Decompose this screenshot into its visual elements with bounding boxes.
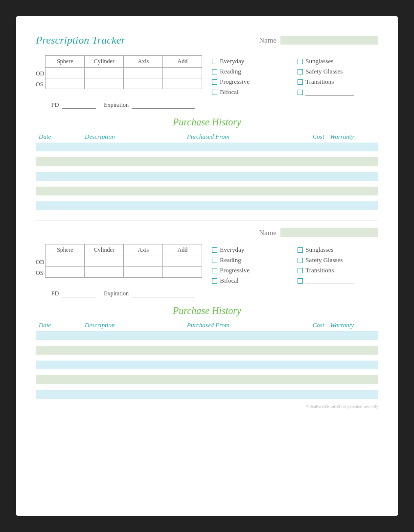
checkbox-other-2[interactable] — [298, 278, 303, 284]
checkbox-bifocal-2[interactable] — [212, 278, 217, 284]
os-add-2[interactable] — [163, 267, 202, 278]
ph-cost-1-5[interactable] — [286, 201, 327, 210]
ph-cost-1-4[interactable] — [286, 187, 327, 195]
ph-date-1-3[interactable] — [36, 172, 82, 181]
ph-desc-1-5[interactable] — [82, 201, 184, 210]
ph-desc-2-4[interactable] — [82, 375, 184, 384]
ph-from-1-4[interactable] — [184, 187, 286, 195]
th-axis-2: Axis — [124, 244, 163, 256]
checkbox-reading-1[interactable] — [212, 69, 217, 74]
check-sunglasses-2: Sunglasses — [298, 246, 378, 254]
od-sphere-1[interactable] — [46, 68, 85, 78]
ph-cost-1-1[interactable] — [286, 143, 327, 151]
checkbox-other-1[interactable] — [298, 90, 303, 95]
od-axis-2[interactable] — [124, 256, 163, 267]
checkbox-everyday-2[interactable] — [212, 247, 217, 253]
od-add-2[interactable] — [163, 256, 202, 267]
od-sphere-2[interactable] — [46, 256, 85, 267]
ph-warranty-2-3[interactable] — [327, 361, 379, 369]
od-cylinder-1[interactable] — [85, 68, 124, 78]
ph-from-2-2[interactable] — [184, 346, 286, 355]
checkbox-progressive-1[interactable] — [212, 79, 217, 85]
table-row — [36, 166, 378, 172]
ph-from-2-4[interactable] — [184, 375, 286, 384]
checkbox-sunglasses-2[interactable] — [298, 247, 303, 253]
ph-from-2-1[interactable] — [184, 331, 286, 340]
ph-date-1-2[interactable] — [36, 157, 82, 166]
os-cylinder-2[interactable] — [85, 267, 124, 278]
ph-warranty-2-5[interactable] — [327, 390, 379, 399]
checkbox-safety-1[interactable] — [298, 69, 303, 74]
table-row — [46, 256, 202, 267]
ph-date-2-4[interactable] — [36, 375, 82, 384]
ph-warranty-2-2[interactable] — [327, 346, 379, 355]
pd-field-2[interactable] — [62, 290, 96, 297]
os-add-1[interactable] — [163, 78, 202, 89]
ph-date-1-1[interactable] — [36, 143, 82, 151]
ph-desc-2-3[interactable] — [82, 361, 184, 369]
od-axis-1[interactable] — [124, 68, 163, 78]
os-cylinder-1[interactable] — [85, 78, 124, 89]
ph-desc-2-5[interactable] — [82, 390, 184, 399]
checkbox-reading-2[interactable] — [212, 258, 217, 263]
ph-date-2-5[interactable] — [36, 390, 82, 399]
ph-desc-1-2[interactable] — [82, 157, 184, 166]
check-label-progressive-2: Progressive — [220, 266, 250, 274]
table-row — [46, 78, 202, 89]
checkbox-transitions-2[interactable] — [298, 268, 303, 273]
ph-cost-2-2[interactable] — [286, 346, 327, 355]
ph-desc-1-4[interactable] — [82, 187, 184, 195]
ph-date-2-3[interactable] — [36, 361, 82, 369]
ph-cost-2-4[interactable] — [286, 375, 327, 384]
ph-from-1-1[interactable] — [184, 143, 286, 151]
ph-date-1-5[interactable] — [36, 201, 82, 210]
os-sphere-2[interactable] — [46, 267, 85, 278]
name-field-1[interactable] — [280, 36, 378, 45]
ph-from-1-3[interactable] — [184, 172, 286, 181]
ph-from-2-5[interactable] — [184, 390, 286, 399]
name-field-2[interactable] — [280, 228, 378, 237]
ph-cost-2-5[interactable] — [286, 390, 327, 399]
ph-warranty-2-1[interactable] — [327, 331, 379, 340]
ph-desc-2-2[interactable] — [82, 346, 184, 355]
ph-date-1-4[interactable] — [36, 187, 82, 195]
check-label-everyday-1: Everyday — [220, 57, 244, 65]
ph-warranty-1-4[interactable] — [327, 187, 379, 195]
ph-cost-1-3[interactable] — [286, 172, 327, 181]
ph-cost-1-2[interactable] — [286, 157, 327, 166]
ph-warranty-1-2[interactable] — [327, 157, 379, 166]
ph-warranty-1-5[interactable] — [327, 201, 379, 210]
ph-date-2-1[interactable] — [36, 331, 82, 340]
ph-desc-1-1[interactable] — [82, 143, 184, 151]
check-other-field-1[interactable] — [305, 89, 354, 96]
expiration-field-2[interactable] — [132, 290, 195, 297]
pd-field-1[interactable] — [62, 102, 96, 109]
checkbox-transitions-1[interactable] — [298, 79, 303, 85]
ph-from-2-3[interactable] — [184, 361, 286, 369]
os-axis-1[interactable] — [124, 78, 163, 89]
ph-cost-2-1[interactable] — [286, 331, 327, 340]
checkbox-sunglasses-1[interactable] — [298, 59, 303, 64]
checkbox-progressive-2[interactable] — [212, 268, 217, 273]
ph-date-2-2[interactable] — [36, 346, 82, 355]
table-row — [36, 187, 378, 195]
ph-cost-2-3[interactable] — [286, 361, 327, 369]
ph-from-1-5[interactable] — [184, 201, 286, 210]
od-cylinder-2[interactable] — [85, 256, 124, 267]
ph-from-1-2[interactable] — [184, 157, 286, 166]
expiration-field-1[interactable] — [132, 102, 195, 109]
ph-warranty-2-4[interactable] — [327, 375, 379, 384]
checkbox-safety-2[interactable] — [298, 258, 303, 263]
os-axis-2[interactable] — [124, 267, 163, 278]
ph-warranty-1-3[interactable] — [327, 172, 379, 181]
od-add-1[interactable] — [163, 68, 202, 78]
os-sphere-1[interactable] — [46, 78, 85, 89]
check-other-field-2[interactable] — [305, 277, 354, 284]
expiration-label-2: Expiration — [104, 290, 129, 297]
rx-table-2: Sphere Cylinder Axis Add — [45, 244, 202, 278]
ph-desc-2-1[interactable] — [82, 331, 184, 340]
checkbox-everyday-1[interactable] — [212, 59, 217, 64]
checkbox-bifocal-1[interactable] — [212, 90, 217, 95]
ph-desc-1-3[interactable] — [82, 172, 184, 181]
ph-warranty-1-1[interactable] — [327, 143, 379, 151]
